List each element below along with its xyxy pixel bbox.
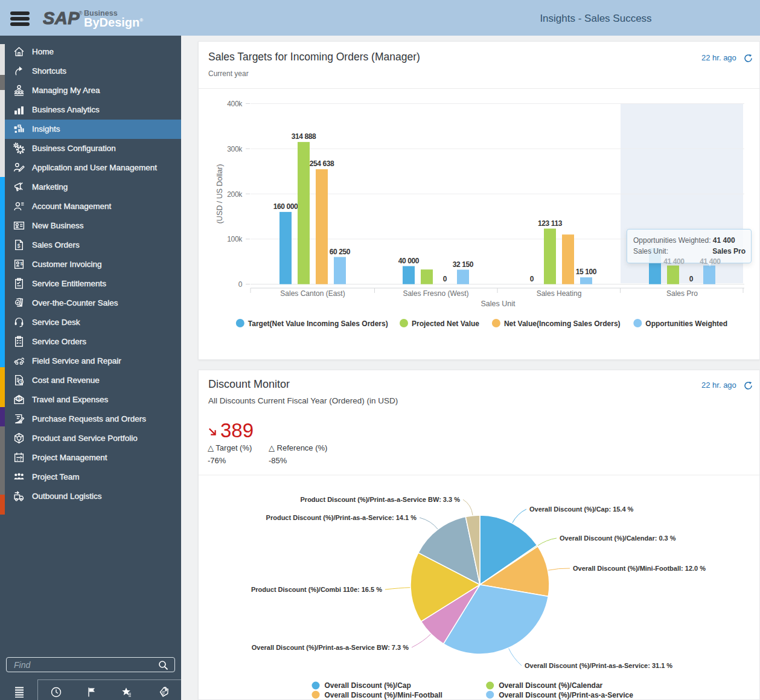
svg-text:Overall Discount (%)/Cap: Overall Discount (%)/Cap (325, 681, 411, 690)
svg-text:Sales Unit: Sales Unit (481, 300, 516, 308)
svg-text:32 150: 32 150 (453, 260, 474, 269)
svg-text:Sales Fresno (West): Sales Fresno (West) (403, 289, 468, 298)
svg-text:Product Discount (%)/Print-as-: Product Discount (%)/Print-as-a-Service … (301, 496, 461, 503)
svg-text:Product Discount (%)/Print-as-: Product Discount (%)/Print-as-a-Service:… (266, 514, 417, 521)
svg-text:15 100: 15 100 (576, 268, 597, 276)
svg-text:0: 0 (530, 275, 534, 283)
svg-text:Overall Discount (%)/Calendar: Overall Discount (%)/Calendar (499, 681, 602, 690)
svg-text:Overall Discount (%)/Print-as-: Overall Discount (%)/Print-as-a-Service:… (525, 662, 672, 669)
svg-text:300k: 300k (227, 145, 243, 153)
svg-text:Product Discount (%)/Combi 110: Product Discount (%)/Combi 110e: 16.5 % (251, 586, 382, 593)
svg-text:Overall Discount (%)/Print-as-: Overall Discount (%)/Print-as-a-Service … (252, 644, 409, 651)
svg-text:0: 0 (689, 275, 694, 283)
svg-text:123 113: 123 113 (538, 219, 563, 228)
svg-text:Sales Pro: Sales Pro (666, 289, 698, 298)
svg-text:(USD / US Dollar): (USD / US Dollar) (216, 164, 224, 224)
svg-text:254 638: 254 638 (310, 159, 334, 168)
svg-text:Overall Discount (%)/Cap: 15.4: Overall Discount (%)/Cap: 15.4 % (529, 506, 634, 513)
svg-text:Projected Net Value: Projected Net Value (412, 319, 479, 328)
svg-text:$: $ (20, 379, 23, 385)
svg-text:200k: 200k (227, 190, 243, 199)
svg-text:100k: 100k (227, 235, 243, 243)
svg-text:60 250: 60 250 (330, 248, 351, 256)
svg-text:400k: 400k (227, 100, 243, 108)
svg-text:Opportunities Weighted: Opportunities Weighted (645, 319, 727, 328)
svg-text:314 888: 314 888 (292, 132, 316, 141)
svg-text:40 000: 40 000 (398, 257, 420, 265)
svg-text:Target(Net Value Incoming Sale: Target(Net Value Incoming Sales Orders) (248, 319, 388, 328)
svg-text:Sales Heating: Sales Heating (537, 289, 582, 298)
svg-text:$: $ (18, 396, 21, 400)
svg-text:0: 0 (238, 280, 243, 289)
svg-text:Overall Discount (%)/Mini-Foot: Overall Discount (%)/Mini-Football: 12.0… (573, 565, 706, 572)
svg-text:Net Value(Incoming Sales Order: Net Value(Incoming Sales Orders) (504, 319, 621, 328)
svg-text:Sales Canton (East): Sales Canton (East) (280, 289, 345, 298)
svg-text:Overall Discount (%)/Print-as-: Overall Discount (%)/Print-as-a-Service (499, 691, 633, 699)
svg-text:160 000: 160 000 (273, 202, 298, 211)
svg-text:$: $ (18, 243, 21, 249)
svg-text:0: 0 (443, 275, 447, 283)
svg-text:Overall Discount (%)/Mini-Foot: Overall Discount (%)/Mini-Football (325, 691, 442, 699)
svg-text:$: $ (21, 261, 24, 266)
svg-text:Overall Discount (%)/Calendar:: Overall Discount (%)/Calendar: 0.3 % (560, 535, 676, 542)
